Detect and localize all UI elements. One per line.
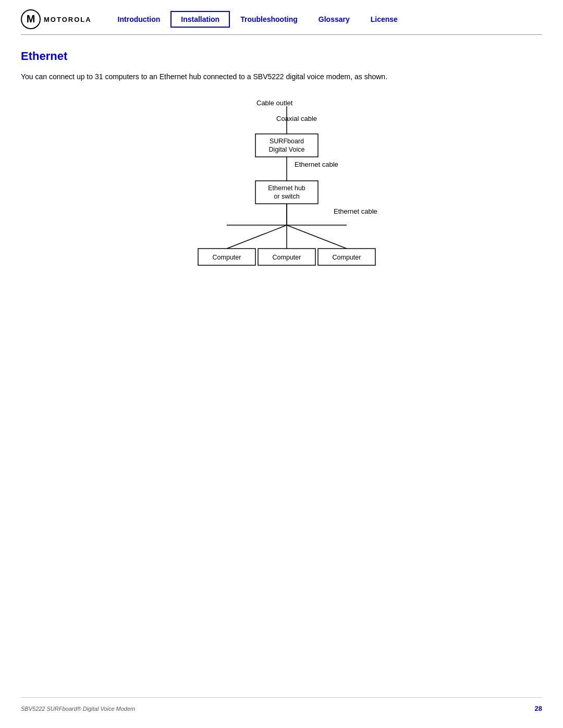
hub-label-1: Ethernet hub	[268, 184, 305, 192]
tab-introduction[interactable]: Introduction	[107, 11, 171, 28]
hub-label-2: or switch	[274, 193, 299, 200]
header-divider	[21, 34, 542, 35]
diagram-container: Cable outlet Coaxial cable SURFboard Dig…	[21, 95, 542, 288]
surfboard-label-1: SURFboard	[270, 138, 304, 145]
svg-text:M: M	[27, 13, 35, 24]
tab-installation[interactable]: Installation	[170, 11, 230, 28]
svg-line-6	[287, 225, 347, 249]
footer: SBV5222 SURFboard® Digital Voice Modem 2…	[0, 705, 563, 712]
computer-right-label: Computer	[333, 254, 361, 261]
diagram-svg: Cable outlet Coaxial cable SURFboard Dig…	[136, 95, 427, 288]
header: M MOTOROLA Introduction Installation Tro…	[0, 0, 563, 29]
logo-text: MOTOROLA	[44, 16, 92, 23]
coaxial-cable-label: Coaxial cable	[276, 115, 317, 122]
svg-line-5	[227, 225, 287, 249]
nav-tabs: Introduction Installation Troubleshootin…	[107, 11, 542, 28]
network-diagram: Cable outlet Coaxial cable SURFboard Dig…	[136, 95, 427, 288]
page-title: Ethernet	[21, 50, 542, 63]
tab-license[interactable]: License	[360, 11, 408, 28]
surfboard-label-2: Digital Voice	[269, 146, 305, 153]
footer-divider	[21, 697, 542, 698]
page-description: You can connect up to 31 computers to an…	[21, 71, 542, 82]
tab-glossary[interactable]: Glossary	[308, 11, 360, 28]
motorola-logo-icon: M	[21, 9, 41, 29]
footer-text: SBV5222 SURFboard® Digital Voice Modem	[21, 706, 135, 712]
ethernet-cable-label-1: Ethernet cable	[295, 161, 338, 168]
cable-outlet-label: Cable outlet	[256, 99, 293, 107]
computer-center-label: Computer	[273, 254, 301, 261]
computer-left-label: Computer	[213, 254, 241, 261]
footer-page-number: 28	[535, 705, 542, 712]
logo-area: M MOTOROLA	[21, 9, 92, 29]
ethernet-cable-label-2: Ethernet cable	[334, 207, 377, 215]
tab-troubleshooting[interactable]: Troubleshooting	[230, 11, 308, 28]
